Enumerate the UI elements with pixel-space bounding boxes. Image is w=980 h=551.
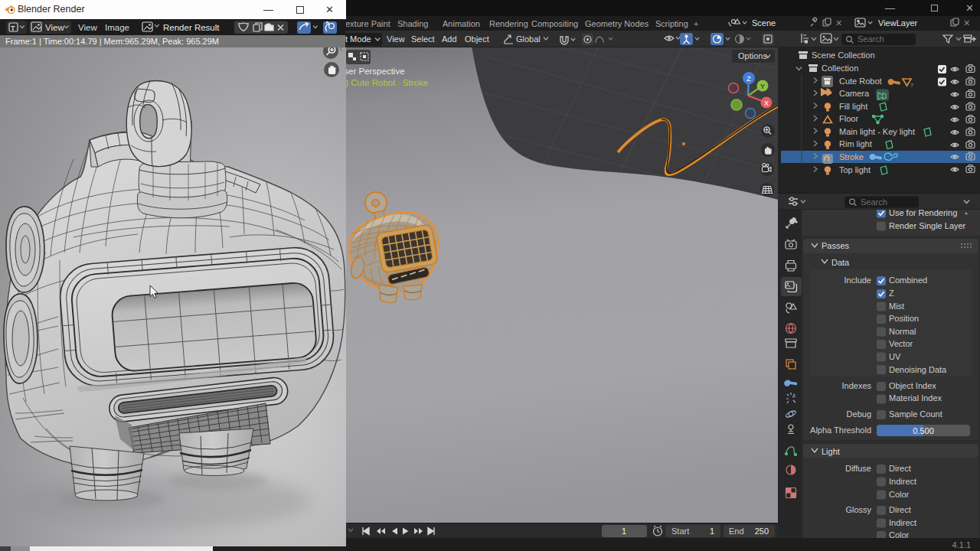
svg-text:User Perspective: User Perspective xyxy=(345,67,405,76)
svg-text:Color: Color xyxy=(889,490,910,499)
svg-text:Mist: Mist xyxy=(889,302,904,311)
svg-text:ViewLayer: ViewLayer xyxy=(878,18,917,28)
svg-text:Floor: Floor xyxy=(839,114,858,123)
svg-text:Light: Light xyxy=(822,447,840,456)
svg-text:0.500: 0.500 xyxy=(913,426,934,435)
svg-text:UV: UV xyxy=(889,352,901,361)
svg-text:View: View xyxy=(45,23,64,32)
svg-text:Select: Select xyxy=(411,34,435,44)
svg-text:Options: Options xyxy=(738,51,767,60)
svg-text:Diffuse: Diffuse xyxy=(845,464,871,473)
svg-text:Rim light: Rim light xyxy=(839,139,872,148)
svg-text:Indirect: Indirect xyxy=(889,477,916,486)
svg-text:Direct: Direct xyxy=(889,505,911,514)
svg-text:Stroke: Stroke xyxy=(839,152,864,161)
svg-text:Normal: Normal xyxy=(889,327,916,336)
svg-text:Scene Collection: Scene Collection xyxy=(812,51,875,60)
svg-text:✕: ✕ xyxy=(963,18,970,28)
svg-text:Passes: Passes xyxy=(822,241,850,250)
svg-text:Direct: Direct xyxy=(889,464,911,473)
svg-text:End: End xyxy=(729,527,744,536)
svg-text:1: 1 xyxy=(710,527,714,536)
svg-text:Add: Add xyxy=(442,34,457,44)
svg-text:Search: Search xyxy=(858,34,884,44)
svg-text:Color: Color xyxy=(889,530,910,538)
svg-text:Fill light: Fill light xyxy=(839,102,867,111)
svg-text:Start: Start xyxy=(671,527,689,536)
svg-text:Y: Y xyxy=(760,83,765,90)
svg-text:View: View xyxy=(387,34,405,44)
svg-text:Image: Image xyxy=(105,23,129,32)
svg-text:Indirect: Indirect xyxy=(889,518,916,527)
svg-text:Alpha Threshold: Alpha Threshold xyxy=(810,425,871,435)
svg-text:X: X xyxy=(764,99,769,107)
svg-text:Object Index: Object Index xyxy=(889,381,936,390)
svg-text:Data: Data xyxy=(831,258,850,267)
svg-text:7: 7 xyxy=(910,83,913,88)
svg-text:Indexes: Indexes xyxy=(841,381,871,390)
svg-text:Cute Robot: Cute Robot xyxy=(839,77,882,86)
svg-text:Collection: Collection xyxy=(822,64,858,73)
svg-text:Include: Include xyxy=(844,276,871,285)
svg-text:250: 250 xyxy=(755,527,769,536)
svg-text:Object: Object xyxy=(465,34,489,44)
svg-text:Position: Position xyxy=(889,314,919,323)
svg-text:t Mode: t Mode xyxy=(345,34,371,44)
svg-text:(1) Cute Robot | Stroke: (1) Cute Robot | Stroke xyxy=(345,78,428,87)
svg-text:Global: Global xyxy=(516,34,541,44)
svg-text:Debug: Debug xyxy=(847,409,871,419)
svg-text:Z: Z xyxy=(889,289,894,298)
svg-text:Render Result: Render Result xyxy=(163,23,220,32)
svg-text:✕: ✕ xyxy=(835,18,842,28)
svg-text:Scene: Scene xyxy=(752,18,776,28)
svg-text:Sample Count: Sample Count xyxy=(889,409,942,419)
svg-text:Camera: Camera xyxy=(839,89,870,98)
svg-text:Z: Z xyxy=(746,75,751,83)
svg-text:View: View xyxy=(78,23,97,32)
svg-text:1: 1 xyxy=(622,527,626,536)
svg-text:Top light: Top light xyxy=(839,165,871,174)
svg-text:Main light - Key light: Main light - Key light xyxy=(839,127,915,136)
svg-text:Search: Search xyxy=(861,197,887,207)
svg-text:Vector: Vector xyxy=(889,339,913,348)
svg-text:Render Single Layer: Render Single Layer xyxy=(889,221,966,230)
svg-text:Glossy: Glossy xyxy=(845,505,871,514)
svg-text:Denoising Data: Denoising Data xyxy=(889,365,947,374)
svg-text:Material Index: Material Index xyxy=(889,393,942,403)
svg-text:Combined: Combined xyxy=(889,276,927,285)
svg-text:T: T xyxy=(11,24,15,32)
